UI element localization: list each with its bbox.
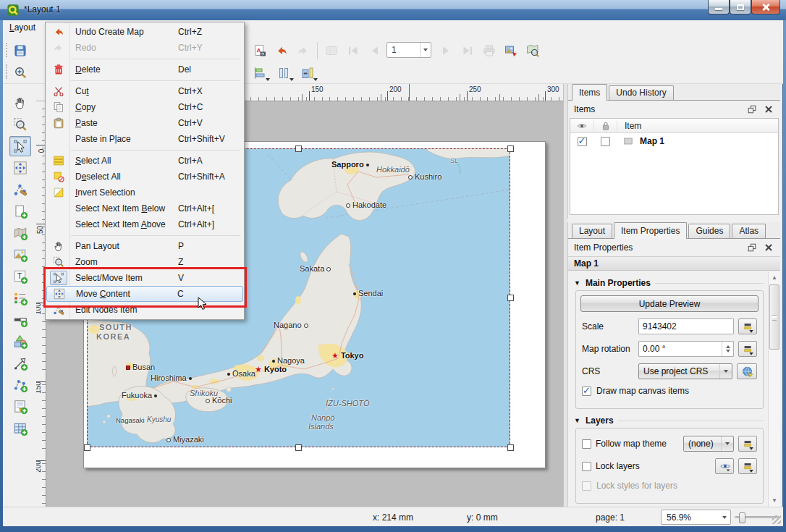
scale-input[interactable]: 9143402 <box>638 318 734 334</box>
cut-menu-item[interactable]: CutCtrl+X <box>46 83 243 99</box>
menu-item-label: Pan Layout <box>69 241 175 251</box>
spin-down-icon[interactable] <box>726 350 730 352</box>
item-locked-checkbox[interactable] <box>601 137 610 146</box>
lock-layers-override-button[interactable] <box>738 458 757 474</box>
selection-handle[interactable] <box>295 145 302 152</box>
pan-layout-tool[interactable] <box>9 93 31 113</box>
add-label-tool[interactable]: T <box>9 266 31 287</box>
undo-create-map-menu-item[interactable]: Undo Create MapCtrl+Z <box>46 24 243 40</box>
globe-icon <box>741 366 753 377</box>
close-panel-icon[interactable] <box>763 104 774 115</box>
scale-override-button[interactable] <box>738 318 757 334</box>
undo-button[interactable] <box>271 41 292 60</box>
preview-atlas-button <box>321 41 342 60</box>
draw-map-canvas-items-checkbox[interactable] <box>582 387 591 396</box>
map-label-hiroshima: Hiroshima <box>151 374 192 382</box>
toolbar-grip[interactable] <box>6 64 9 79</box>
select-move-item-tool[interactable] <box>9 136 31 156</box>
lock-column-icon <box>600 120 612 132</box>
print-atlas-button <box>479 41 499 60</box>
tab-guides[interactable]: Guides <box>688 224 730 238</box>
tab-items[interactable]: Items <box>572 84 607 101</box>
tab-layout[interactable]: Layout <box>572 224 612 238</box>
add-picture-tool[interactable] <box>9 245 31 265</box>
zoom-tool[interactable] <box>9 114 31 135</box>
toolbar-grip[interactable] <box>6 43 9 57</box>
minimize-button[interactable] <box>708 0 730 14</box>
zoom-slider-thumb[interactable] <box>739 512 745 523</box>
crs-select-button[interactable] <box>737 363 757 379</box>
visible-layers-button[interactable] <box>715 458 734 474</box>
add-legend-tool[interactable] <box>9 288 31 308</box>
close-button[interactable] <box>751 0 780 14</box>
atlas-page-combo[interactable]: 1 <box>386 42 431 58</box>
follow-map-theme-checkbox[interactable] <box>582 439 591 449</box>
redo-menu-item: RedoCtrl+Y <box>46 40 243 56</box>
edit-nodes-item-tool[interactable] <box>9 180 31 200</box>
rotation-override-button[interactable] <box>738 341 757 357</box>
copy-menu-item[interactable]: CopyCtrl+C <box>46 99 243 115</box>
select-all-menu-item[interactable]: Select AllCtrl+A <box>46 153 243 169</box>
add-html-tool[interactable] <box>9 397 31 417</box>
export-as-pdf-button[interactable]: A <box>250 41 270 60</box>
theme-override-button[interactable] <box>738 436 757 452</box>
scroll-down-icon[interactable]: ▼ <box>769 495 779 506</box>
minimize-icon <box>715 8 722 10</box>
properties-scrollbar[interactable]: ▲ ▼ <box>768 271 780 507</box>
tab-item-properties[interactable]: Item Properties <box>614 222 687 239</box>
ruler-tick-label: 200 <box>389 85 402 93</box>
delete-menu-item[interactable]: DeleteDel <box>46 62 243 77</box>
zoom-level-combo[interactable]: 56.9% <box>661 510 731 525</box>
map-label-hokkaid: Hokkaidō <box>376 166 410 174</box>
selection-handle[interactable] <box>507 444 514 451</box>
item-row-map-1[interactable]: Map 1 <box>570 133 778 149</box>
map-rotation-spinner[interactable]: 0.00 ° <box>638 341 734 357</box>
selection-handle[interactable] <box>507 295 514 301</box>
crs-combo[interactable]: Use project CRS <box>638 363 732 379</box>
close-panel-icon[interactable] <box>763 242 774 253</box>
zoom-full-button[interactable] <box>523 41 543 60</box>
chevron-down-icon <box>290 78 294 81</box>
selection-handle[interactable] <box>84 444 90 451</box>
maximize-button[interactable] <box>730 0 751 14</box>
add-node-item-tool[interactable] <box>9 375 31 395</box>
pan-layout-menu-item[interactable]: Pan LayoutP <box>46 238 243 254</box>
trash-icon <box>52 63 65 76</box>
deselect-all-menu-item[interactable]: Deselect AllCtrl+Shift+A <box>46 169 243 185</box>
paste-in-place-menu-item[interactable]: Paste in PlaceCtrl+Shift+V <box>46 131 243 147</box>
add-attribute-table-tool[interactable] <box>9 418 31 439</box>
main-properties-header[interactable]: ▼ Main Properties <box>574 278 764 288</box>
float-panel-icon[interactable] <box>746 242 758 253</box>
update-preview-button[interactable]: Update Preview <box>580 295 758 312</box>
selection-handle[interactable] <box>295 444 302 451</box>
move-item-content-tool[interactable] <box>9 158 31 178</box>
menu-item-label: Deselect All <box>69 172 175 182</box>
map-label-miyazaki: Miyazaki <box>166 436 204 444</box>
map-theme-combo[interactable]: (none) <box>683 436 734 452</box>
add-page-tool[interactable] <box>9 201 31 221</box>
add-scalebar-tool[interactable] <box>9 310 31 330</box>
select-next-item-below-menu-item[interactable]: Select Next Item BelowCtrl+Alt+[ <box>46 200 243 216</box>
scroll-up-icon[interactable]: ▲ <box>769 272 779 283</box>
spin-up-icon[interactable] <box>726 345 730 348</box>
export-atlas-image-button[interactable] <box>501 41 521 60</box>
paste-menu-item[interactable]: PasteCtrl+V <box>46 115 243 131</box>
tab-atlas[interactable]: Atlas <box>732 224 766 238</box>
save-layout-button[interactable] <box>10 41 30 60</box>
add-shape-tool[interactable] <box>9 332 31 352</box>
add-map-tool[interactable] <box>9 223 31 243</box>
tab-undo-history[interactable]: Undo History <box>609 85 673 100</box>
resize-grip[interactable] <box>772 515 781 524</box>
scrollbar-thumb[interactable] <box>769 284 779 350</box>
item-visible-checkbox[interactable] <box>578 137 587 146</box>
menu-layout[interactable]: Layout <box>3 20 42 35</box>
select-next-item-above-menu-item[interactable]: Select Next Item AboveCtrl+Alt+] <box>46 216 243 232</box>
map-label-busan: Busan <box>126 363 155 371</box>
add-arrow-tool[interactable] <box>9 353 31 373</box>
selection-handle[interactable] <box>507 145 514 152</box>
zoom-in-button[interactable] <box>10 62 30 82</box>
invert-selection-menu-item[interactable]: Invert Selection <box>46 185 243 200</box>
float-panel-icon[interactable] <box>746 104 758 115</box>
lock-layers-checkbox[interactable] <box>582 462 591 471</box>
layers-header[interactable]: ▼ Layers <box>574 415 764 426</box>
